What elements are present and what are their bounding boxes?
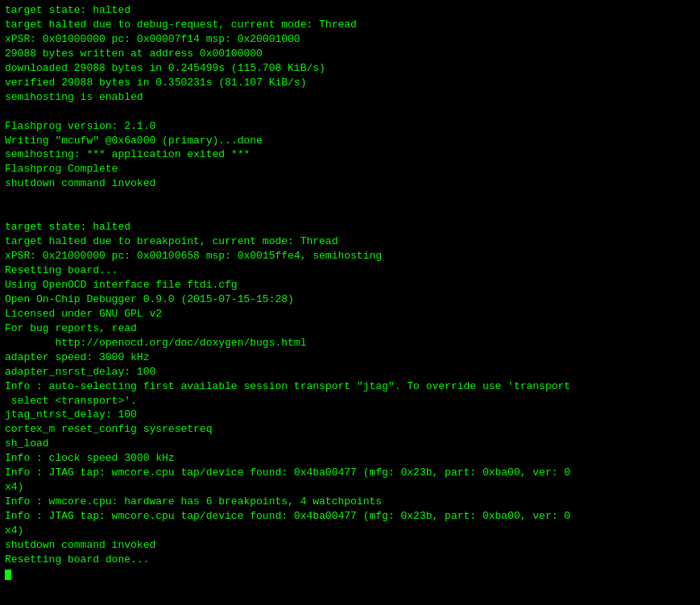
terminal-line: x4) xyxy=(5,480,695,495)
terminal-cursor xyxy=(5,570,11,580)
terminal-line: Info : wmcore.cpu: hardware has 6 breakp… xyxy=(5,495,695,509)
terminal-line: target state: halted xyxy=(5,220,695,234)
terminal-line: verified 29088 bytes in 0.350231s (81.10… xyxy=(5,76,695,90)
terminal-line: Info : clock speed 3000 kHz xyxy=(5,451,695,466)
terminal-line: target state: halted xyxy=(5,3,695,18)
terminal-line xyxy=(5,105,695,119)
terminal-line: http://openocd.org/doc/doxygen/bugs.html xyxy=(5,336,695,350)
terminal-line: xPSR: 0x01000000 pc: 0x00007f14 msp: 0x2… xyxy=(5,32,695,47)
terminal-line: jtag_ntrst_delay: 100 xyxy=(5,408,695,422)
terminal-line: Resetting board done... xyxy=(5,553,695,567)
terminal-line: x4) xyxy=(5,524,695,538)
terminal-window: target state: haltedtarget halted due to… xyxy=(0,0,700,605)
terminal-line: Info : auto-selecting first available se… xyxy=(5,379,695,394)
terminal-line: shutdown command invoked xyxy=(5,538,695,553)
terminal-line: Writing "mcufw" @0x6a000 (primary)...don… xyxy=(5,134,695,148)
terminal-content: target state: haltedtarget halted due to… xyxy=(5,3,695,567)
terminal-line: Open On-Chip Debugger 0.9.0 (2015-07-15-… xyxy=(5,292,695,307)
terminal-line: target halted due to debug-request, curr… xyxy=(5,18,695,32)
terminal-line: For bug reports, read xyxy=(5,321,695,336)
terminal-line: Flashprog version: 2.1.0 xyxy=(5,119,695,134)
terminal-line: xPSR: 0x21000000 pc: 0x00100658 msp: 0x0… xyxy=(5,249,695,263)
terminal-line: semihosting is enabled xyxy=(5,90,695,105)
terminal-line: target halted due to breakpoint, current… xyxy=(5,234,695,249)
terminal-line: 29088 bytes written at address 0x0010000… xyxy=(5,47,695,61)
terminal-line: adapter speed: 3000 kHz xyxy=(5,350,695,365)
terminal-line: downloaded 29088 bytes in 0.245499s (115… xyxy=(5,61,695,76)
terminal-line: select <transport>'. xyxy=(5,394,695,408)
terminal-line xyxy=(5,191,695,205)
terminal-line: Info : JTAG tap: wmcore.cpu tap/device f… xyxy=(5,466,695,480)
terminal-line xyxy=(5,205,695,220)
terminal-line: Flashprog Complete xyxy=(5,162,695,176)
terminal-line: shutdown command invoked xyxy=(5,176,695,191)
terminal-line: sh_load xyxy=(5,437,695,451)
terminal-line: Info : JTAG tap: wmcore.cpu tap/device f… xyxy=(5,509,695,524)
terminal-line: adapter_nsrst_delay: 100 xyxy=(5,365,695,379)
terminal-line: cortex_m reset_config sysresetreq xyxy=(5,422,695,437)
terminal-line: Using OpenOCD interface file ftdi.cfg xyxy=(5,278,695,292)
terminal-line: semihosting: *** application exited *** xyxy=(5,147,695,162)
terminal-line: Licensed under GNU GPL v2 xyxy=(5,307,695,321)
terminal-line: Resetting board... xyxy=(5,263,695,278)
